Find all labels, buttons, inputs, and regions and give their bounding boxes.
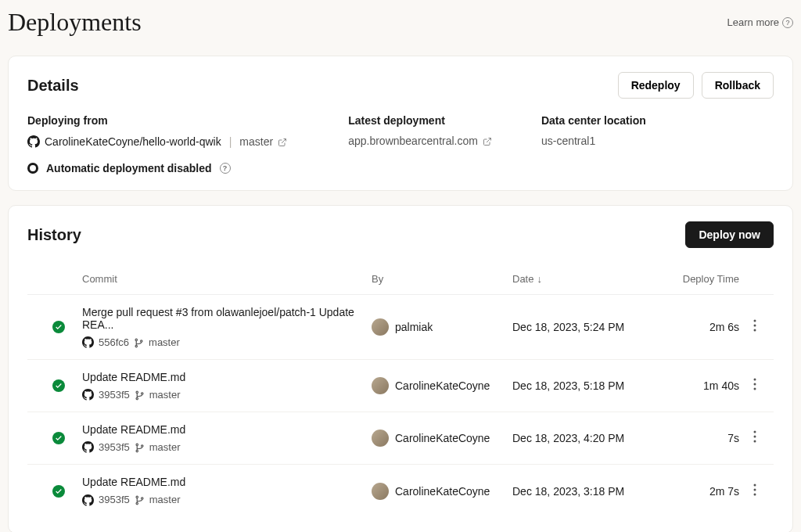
avatar	[372, 483, 389, 500]
avatar	[372, 377, 389, 394]
svg-point-18	[136, 496, 138, 498]
row-more-button[interactable]	[750, 316, 760, 338]
data-center-block: Data center location us-central1	[541, 114, 774, 148]
deploy-date: Dec 18, 2023, 4:20 PM	[512, 432, 661, 444]
col-by[interactable]: By	[372, 273, 512, 285]
deploy-duration: 2m 6s	[661, 321, 739, 333]
status-success-icon	[52, 485, 65, 498]
svg-point-4	[754, 325, 756, 327]
table-row[interactable]: Update README.md 3953f5 master CarolineK…	[27, 465, 774, 516]
status-success-icon	[52, 321, 65, 333]
commit-message: Update README.md	[82, 423, 372, 436]
svg-point-20	[141, 498, 142, 499]
deploy-duration: 1m 40s	[661, 379, 739, 392]
commit-message: Merge pull request #3 from olawanlejoel/…	[82, 306, 372, 331]
branch-icon	[135, 494, 145, 505]
author-name: palmiak	[395, 321, 433, 333]
deploy-now-button[interactable]: Deploy now	[685, 221, 774, 248]
deploying-from-block: Deploying from CarolineKateCoyne/hello-w…	[27, 114, 329, 148]
details-title: Details	[27, 77, 79, 95]
deploy-date: Dec 18, 2023, 5:18 PM	[512, 379, 661, 392]
auto-deploy-row: Automatic deployment disabled ?	[27, 162, 774, 174]
svg-point-11	[754, 388, 756, 390]
row-more-button[interactable]	[750, 427, 760, 449]
commit-branch: master	[149, 494, 181, 505]
svg-point-15	[754, 431, 756, 433]
svg-point-9	[754, 379, 756, 381]
deploy-date: Dec 18, 2023, 5:24 PM	[512, 321, 661, 333]
learn-more-label: Learn more	[727, 16, 779, 28]
svg-point-7	[136, 397, 138, 399]
github-icon	[27, 135, 40, 148]
status-success-icon	[52, 379, 65, 392]
commit-branch: master	[149, 389, 181, 401]
branch-icon	[134, 336, 144, 348]
github-icon	[82, 493, 94, 505]
svg-point-5	[754, 329, 756, 332]
history-title: History	[27, 226, 81, 244]
branch-icon	[135, 441, 145, 453]
latest-deployment-url[interactable]: app.brownbearcentral.com	[348, 135, 478, 147]
page-title: Deployments	[8, 8, 142, 37]
branch-name: master	[239, 135, 273, 148]
table-row[interactable]: Merge pull request #3 from olawanlejoel/…	[27, 295, 774, 360]
avatar	[372, 430, 389, 447]
help-icon: ?	[782, 17, 793, 28]
svg-point-10	[754, 383, 756, 386]
svg-point-2	[141, 340, 142, 342]
commit-hash[interactable]: 3953f5	[99, 389, 130, 401]
table-header: Commit By Date↓ Deploy Time	[27, 264, 774, 295]
status-success-icon	[52, 432, 65, 444]
history-table: Commit By Date↓ Deploy Time Merge pull r…	[27, 264, 774, 516]
table-row[interactable]: Update README.md 3953f5 master CarolineK…	[27, 412, 774, 465]
external-link-icon[interactable]	[278, 135, 287, 148]
author-name: CarolineKateCoyne	[395, 379, 490, 392]
row-more-button[interactable]	[750, 480, 760, 502]
latest-deployment-block: Latest deployment app.brownbearcentral.c…	[348, 114, 523, 148]
commit-branch: master	[149, 336, 180, 348]
svg-point-14	[141, 445, 142, 447]
external-link-icon[interactable]	[483, 135, 492, 147]
avatar	[372, 318, 389, 336]
github-icon	[82, 440, 94, 453]
svg-point-6	[136, 391, 138, 393]
latest-deployment-label: Latest deployment	[348, 114, 523, 127]
branch-icon	[135, 389, 145, 401]
deploy-duration: 7s	[661, 432, 739, 444]
table-row[interactable]: Update README.md 3953f5 master CarolineK…	[27, 360, 774, 412]
col-date[interactable]: Date↓	[512, 273, 661, 285]
sort-desc-icon: ↓	[537, 273, 542, 285]
svg-point-19	[136, 502, 138, 504]
svg-point-3	[754, 320, 756, 322]
author-name: CarolineKateCoyne	[395, 485, 490, 498]
data-center-label: Data center location	[541, 114, 774, 127]
col-commit[interactable]: Commit	[82, 273, 372, 285]
disabled-icon	[27, 163, 38, 174]
svg-point-22	[754, 488, 756, 491]
svg-point-17	[754, 440, 756, 443]
svg-point-23	[754, 493, 756, 495]
commit-message: Update README.md	[82, 371, 372, 383]
svg-point-12	[136, 444, 138, 445]
deploying-from-label: Deploying from	[27, 114, 329, 127]
learn-more-link[interactable]: Learn more ?	[727, 16, 793, 28]
github-icon	[82, 388, 94, 401]
col-deploy-time[interactable]: Deploy Time	[661, 273, 739, 285]
author-name: CarolineKateCoyne	[395, 432, 490, 444]
rollback-button[interactable]: Rollback	[702, 72, 774, 99]
help-icon[interactable]: ?	[220, 163, 231, 174]
commit-branch: master	[149, 441, 181, 453]
github-icon	[82, 336, 94, 348]
commit-hash[interactable]: 3953f5	[99, 441, 130, 453]
redeploy-button[interactable]: Redeploy	[618, 72, 694, 99]
svg-point-13	[136, 450, 138, 451]
svg-point-21	[754, 483, 756, 486]
commit-hash[interactable]: 3953f5	[99, 494, 130, 505]
repo-name[interactable]: CarolineKateCoyne/hello-world-qwik	[45, 135, 221, 148]
row-more-button[interactable]	[750, 375, 760, 397]
deploy-duration: 2m 7s	[661, 485, 739, 498]
deploy-date: Dec 18, 2023, 3:18 PM	[512, 485, 661, 498]
commit-hash[interactable]: 556fc6	[99, 336, 129, 348]
separator: |	[229, 135, 232, 148]
svg-point-0	[135, 339, 137, 340]
